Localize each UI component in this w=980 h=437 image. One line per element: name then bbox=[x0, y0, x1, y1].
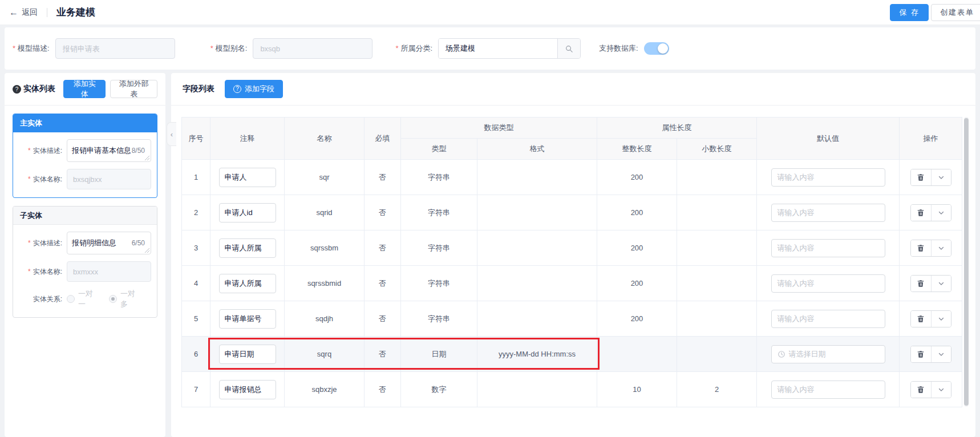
sub-entity-name-input[interactable] bbox=[67, 261, 151, 282]
row-index: 7 bbox=[182, 372, 210, 407]
sub-entity-desc-label: 实体描述: bbox=[19, 238, 62, 248]
comment-input[interactable] bbox=[219, 274, 276, 293]
field-format bbox=[477, 372, 597, 407]
expand-row-button[interactable] bbox=[931, 205, 951, 221]
db-support-item: 支持数据库: bbox=[599, 42, 669, 55]
comment-input[interactable] bbox=[219, 380, 276, 399]
back-button[interactable]: ← 返回 bbox=[9, 7, 38, 18]
delete-button[interactable] bbox=[911, 382, 931, 398]
trash-icon bbox=[917, 315, 925, 323]
main-entity-desc-textarea[interactable]: 报销申请基本信息 8/50 bbox=[67, 139, 151, 162]
default-value-input[interactable]: 请输入内容 bbox=[771, 239, 885, 257]
comment-input[interactable] bbox=[219, 309, 276, 329]
relation-radio-one-to-many[interactable]: 一对多 bbox=[109, 289, 142, 309]
scrollbar-thumb[interactable] bbox=[964, 118, 969, 406]
collapse-chevron-icon: ‹ bbox=[171, 130, 173, 139]
sub-entity-desc-value: 报销明细信息 bbox=[72, 238, 116, 248]
field-dec-length: 2 bbox=[677, 372, 757, 407]
resize-handle-icon[interactable] bbox=[144, 248, 150, 253]
expand-row-button[interactable] bbox=[931, 346, 951, 362]
main-entity-desc-value: 报销申请基本信息 bbox=[72, 145, 131, 156]
chevron-down-icon bbox=[938, 315, 945, 322]
delete-button[interactable] bbox=[911, 240, 931, 256]
main-entity-desc-counter: 8/50 bbox=[132, 147, 147, 155]
delete-button[interactable] bbox=[911, 205, 931, 221]
add-field-button[interactable]: ? 添加字段 bbox=[225, 80, 283, 98]
trash-icon bbox=[917, 209, 925, 217]
comment-input[interactable] bbox=[219, 203, 276, 222]
field-dec-length bbox=[677, 301, 757, 337]
field-required: 否 bbox=[365, 160, 401, 195]
relation-radio-one-to-one[interactable]: 一对一 bbox=[67, 289, 100, 309]
field-panel: ‹ 字段列表 ? 添加字段 序号 bbox=[171, 73, 975, 437]
default-placeholder: 请选择日期 bbox=[789, 349, 826, 359]
row-index: 4 bbox=[182, 266, 210, 301]
sub-entity-card[interactable]: 子实体 实体描述: 报销明细信息 6/50 实体名称: bbox=[13, 206, 157, 318]
default-value-input[interactable]: 请选择日期 bbox=[771, 345, 885, 363]
main-entity-card[interactable]: 主实体 实体描述: 报销申请基本信息 8/50 实体名称: bbox=[13, 114, 157, 198]
default-value-input[interactable]: 请输入内容 bbox=[771, 381, 885, 399]
default-value-input[interactable]: 请输入内容 bbox=[771, 168, 885, 187]
add-entity-button[interactable]: 添加实体 bbox=[63, 80, 106, 98]
sub-entity-desc-textarea[interactable]: 报销明细信息 6/50 bbox=[67, 232, 151, 254]
row-action-group bbox=[910, 169, 951, 186]
table-row: 1 sqr 否 字符串 200 请输入内容 bbox=[182, 160, 962, 195]
expand-row-button[interactable] bbox=[931, 382, 951, 398]
field-int-length: 200 bbox=[597, 230, 677, 266]
default-value-input[interactable]: 请输入内容 bbox=[771, 310, 885, 328]
trash-icon bbox=[917, 386, 925, 394]
expand-row-button[interactable] bbox=[931, 311, 951, 327]
category-input[interactable] bbox=[439, 39, 557, 58]
delete-button[interactable] bbox=[911, 169, 931, 185]
main-entity-name-label: 实体名称: bbox=[19, 175, 62, 184]
expand-row-button[interactable] bbox=[931, 276, 951, 292]
default-value-input[interactable]: 请输入内容 bbox=[771, 274, 885, 293]
trash-icon bbox=[917, 173, 925, 181]
field-type: 字符串 bbox=[401, 160, 477, 195]
comment-input[interactable] bbox=[219, 238, 276, 258]
field-type: 字符串 bbox=[401, 230, 477, 266]
field-int-length bbox=[597, 337, 677, 372]
expand-row-button[interactable] bbox=[931, 169, 951, 185]
field-required: 否 bbox=[365, 195, 401, 230]
category-label: 所属分类: bbox=[395, 43, 432, 54]
row-index: 2 bbox=[182, 195, 210, 230]
category-item: 所属分类: bbox=[395, 38, 581, 59]
switch-knob bbox=[658, 43, 668, 54]
create-form-button[interactable]: 创建表单 bbox=[931, 4, 980, 21]
save-button[interactable]: 保 存 bbox=[890, 4, 929, 21]
col-header-format: 格式 bbox=[477, 139, 597, 160]
field-name: sqbxzje bbox=[285, 372, 365, 407]
title-divider bbox=[47, 8, 47, 17]
field-format bbox=[477, 230, 597, 266]
comment-input[interactable] bbox=[219, 345, 276, 364]
main-entity-name-input[interactable] bbox=[67, 169, 151, 189]
comment-input[interactable] bbox=[219, 168, 276, 187]
delete-button[interactable] bbox=[911, 346, 931, 362]
chevron-down-icon bbox=[938, 245, 945, 252]
field-format bbox=[477, 301, 597, 337]
field-dec-length bbox=[677, 160, 757, 195]
entity-list-title: 实体列表 bbox=[23, 84, 55, 94]
add-external-table-button[interactable]: 添加外部表 bbox=[110, 80, 157, 98]
field-int-length: 200 bbox=[597, 195, 677, 230]
resize-handle-icon[interactable] bbox=[144, 155, 150, 161]
collapse-panel-handle[interactable]: ‹ bbox=[167, 122, 176, 146]
delete-button[interactable] bbox=[911, 276, 931, 292]
category-search-button[interactable] bbox=[557, 39, 580, 58]
field-required: 否 bbox=[365, 372, 401, 407]
col-header-dec-length: 小数长度 bbox=[677, 139, 757, 160]
model-alias-input[interactable] bbox=[253, 38, 372, 59]
model-desc-input[interactable] bbox=[55, 38, 175, 59]
field-format bbox=[477, 266, 597, 301]
delete-button[interactable] bbox=[911, 311, 931, 327]
table-row: 5 sqdjh 否 字符串 200 请输入内容 bbox=[182, 301, 962, 337]
db-switch[interactable] bbox=[644, 42, 669, 55]
field-int-length: 200 bbox=[597, 266, 677, 301]
col-header-attr-length: 属性长度 bbox=[597, 118, 757, 139]
expand-row-button[interactable] bbox=[931, 240, 951, 256]
trash-icon bbox=[917, 244, 925, 252]
clock-icon bbox=[777, 350, 785, 358]
default-value-input[interactable]: 请输入内容 bbox=[771, 204, 885, 222]
radio-icon bbox=[67, 295, 75, 303]
